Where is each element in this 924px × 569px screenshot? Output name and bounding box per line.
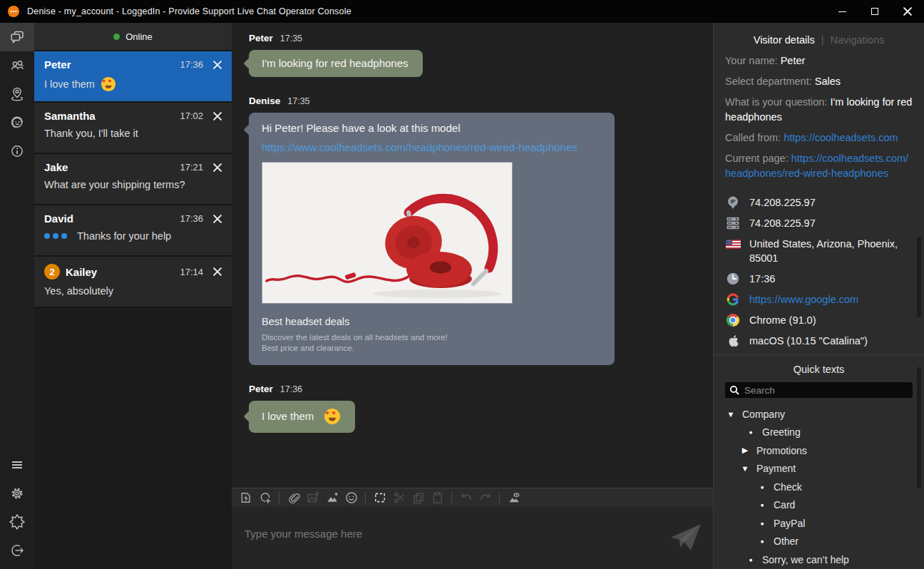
expanded-icon[interactable]: ▼ [741, 464, 749, 473]
quick-texts-search [725, 382, 913, 398]
visitor-location: United States, Arizona, Phoenix, 85001 [749, 237, 913, 265]
referrer-link[interactable]: https://www.google.com [749, 292, 858, 307]
tree-item-other[interactable]: ●Other [714, 533, 924, 551]
cut-button[interactable] [390, 490, 408, 506]
redo-button[interactable] [476, 490, 494, 506]
field-label: Called from: [725, 132, 781, 143]
chat-preview: What are your shipping terms? [44, 179, 185, 190]
message-input[interactable] [239, 512, 659, 563]
message-author: Denise [249, 96, 280, 106]
quick-texts-scrollbar[interactable] [917, 367, 921, 488]
conversation-pane: Peter 17:35 I'm looking for red headphon… [232, 23, 713, 569]
tree-label: Payment [756, 463, 796, 474]
emoji-button[interactable] [342, 490, 360, 506]
rail-info-button[interactable] [0, 137, 34, 165]
bullet-icon: ● [758, 483, 766, 491]
bullet-icon: ● [758, 520, 766, 527]
apple-icon [726, 334, 740, 348]
chat-list-item-jake[interactable]: Jake 17:21 What are your shipping terms? [34, 154, 232, 205]
tab-separator: | [821, 34, 824, 46]
rail-logout-button[interactable] [0, 536, 34, 565]
attach-file-button[interactable] [284, 490, 302, 506]
message-time: 17:36 [280, 384, 302, 394]
send-button[interactable] [670, 523, 702, 552]
paste-button[interactable] [428, 490, 446, 506]
chat-list-item-samantha[interactable]: Samantha 17:02 Thank you, I'll take it [34, 103, 232, 154]
chat-list: Online Peter 17:36 I love them Samantha … [34, 23, 232, 569]
add-quick-text-icon [259, 491, 272, 504]
tab-navigations[interactable]: Navigations [830, 34, 884, 46]
close-button[interactable] [891, 0, 924, 23]
close-chat-icon[interactable] [213, 112, 222, 121]
message-text: I'm looking for red headphones [262, 57, 409, 69]
maximize-button[interactable] [858, 0, 891, 23]
upload-image-icon [307, 491, 319, 504]
expanded-icon[interactable]: ▼ [727, 410, 735, 419]
visitor-local-time: 17:36 [749, 272, 775, 286]
tree-label: Card [774, 499, 795, 511]
visitor-meta: IP 74.208.225.97 74.208.225.97 [714, 187, 924, 348]
svg-text:IP: IP [730, 198, 735, 205]
chat-name: Jake [44, 161, 68, 173]
chat-name: David [44, 212, 73, 225]
rail-settings-button[interactable] [0, 479, 34, 508]
chat-list-item-peter[interactable]: Peter 17:36 I love them [34, 51, 232, 103]
tree-item-greeting[interactable]: ●Greeting [714, 424, 924, 442]
os-version: macOS (10.15 "Catalina") [749, 334, 868, 348]
message-text: I love them [262, 410, 314, 422]
tree-item-company[interactable]: ▼Company [714, 405, 924, 424]
details-scrollbar[interactable] [917, 237, 921, 317]
copy-button[interactable] [409, 490, 427, 506]
push-image-icon [326, 491, 339, 504]
rail-alerts-button[interactable] [0, 508, 34, 536]
message-history[interactable]: Peter 17:35 I'm looking for red headphon… [232, 23, 713, 488]
rail-geo-location-button[interactable] [0, 80, 34, 108]
quick-response-button[interactable] [237, 490, 255, 506]
rail-menu-button[interactable] [0, 451, 34, 479]
host-address: 74.208.225.97 [749, 216, 816, 230]
provide-support-logo-icon [7, 5, 20, 18]
toolbar-separator [451, 492, 452, 503]
close-chat-icon[interactable] [213, 215, 222, 223]
link-card-description-line2: Best price and clearance. [262, 343, 602, 354]
link-card-title: Best headset deals [262, 316, 602, 327]
minimize-button[interactable] [826, 0, 858, 23]
undo-button[interactable] [457, 490, 475, 506]
chat-list-item-david[interactable]: David 17:36 Thanks for your help [34, 205, 232, 257]
upload-image-button[interactable] [304, 490, 322, 506]
collapsed-icon[interactable]: ▶ [741, 446, 749, 455]
undo-icon [460, 491, 473, 504]
operator-status[interactable]: Online [34, 23, 232, 51]
chat-list-item-kailey[interactable]: 2 Kailey 17:14 Yes, absolutely [34, 257, 232, 308]
rail-chats-button[interactable] [0, 23, 34, 51]
close-chat-icon[interactable] [213, 61, 222, 69]
search-input[interactable] [744, 385, 908, 396]
tree-label: Promotions [756, 445, 807, 456]
toolbar-separator [365, 492, 366, 503]
composer-toolbar [232, 488, 713, 506]
toolbar-separator [279, 492, 279, 503]
tree-item-sorry[interactable]: ●Sorry, we can’t help [714, 550, 924, 569]
push-image-button[interactable] [323, 490, 341, 506]
tab-visitor-details[interactable]: Visitor details [754, 34, 815, 46]
online-status-dot [113, 34, 120, 40]
tree-item-promotions[interactable]: ▶Promotions [714, 441, 924, 460]
tree-item-paypal[interactable]: ●PayPal [714, 514, 924, 533]
panel-tabs: Visitor details | Navigations [714, 23, 924, 46]
tree-item-check[interactable]: ●Check [714, 478, 924, 496]
close-chat-icon[interactable] [213, 163, 222, 172]
called-from-link[interactable]: https://coolheadsets.com [784, 132, 898, 143]
tree-item-payment[interactable]: ▼Payment [714, 460, 924, 478]
screen-view-button[interactable] [505, 490, 523, 506]
close-chat-icon[interactable] [213, 267, 222, 276]
message-author: Peter [249, 33, 273, 43]
rail-visitors-button[interactable] [0, 51, 34, 80]
field-value: Sales [815, 76, 841, 87]
window-title: Denise - my_account - LoggedIn - Provide… [27, 6, 351, 16]
message-link[interactable]: https://www.coolheadsets.com/headphones/… [262, 141, 602, 153]
select-area-button[interactable] [371, 490, 389, 506]
add-quick-text-button[interactable] [256, 490, 274, 506]
tree-item-card[interactable]: ●Card [714, 496, 924, 515]
rail-operator-button[interactable] [0, 108, 34, 137]
chat-preview: Thank you, I'll take it [44, 128, 138, 139]
